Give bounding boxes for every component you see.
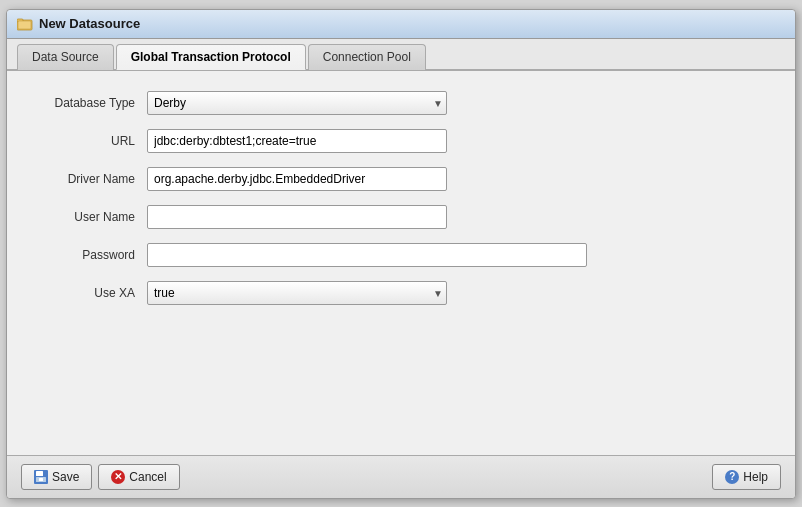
tab-global-transaction[interactable]: Global Transaction Protocol [116, 44, 306, 70]
main-window: New Datasource Data Source Global Transa… [6, 9, 796, 499]
driver-name-label: Driver Name [37, 172, 147, 186]
use-xa-wrapper: true false ▼ [147, 281, 447, 305]
help-label: Help [743, 470, 768, 484]
use-xa-row: Use XA true false ▼ [37, 281, 765, 305]
password-row: Password [37, 243, 765, 267]
svg-rect-6 [39, 478, 43, 481]
cancel-icon-circle: ✕ [111, 470, 125, 484]
tab-connection-pool[interactable]: Connection Pool [308, 44, 426, 70]
help-icon-circle: ? [725, 470, 739, 484]
database-type-row: Database Type Derby MySQL PostgreSQL Ora… [37, 91, 765, 115]
footer: Save ✕ Cancel ? Help [7, 455, 795, 498]
tab-bar: Data Source Global Transaction Protocol … [7, 39, 795, 71]
save-button[interactable]: Save [21, 464, 92, 490]
footer-left-actions: Save ✕ Cancel [21, 464, 180, 490]
help-button[interactable]: ? Help [712, 464, 781, 490]
save-label: Save [52, 470, 79, 484]
database-type-select[interactable]: Derby MySQL PostgreSQL Oracle SQL Server [147, 91, 447, 115]
svg-rect-4 [36, 471, 43, 476]
use-xa-label: Use XA [37, 286, 147, 300]
cancel-icon: ✕ [111, 470, 125, 484]
window-title: New Datasource [39, 16, 140, 31]
folder-icon [17, 16, 33, 32]
cancel-button[interactable]: ✕ Cancel [98, 464, 179, 490]
footer-right-actions: ? Help [712, 464, 781, 490]
save-icon [34, 470, 48, 484]
svg-rect-2 [18, 21, 31, 29]
driver-name-input[interactable] [147, 167, 447, 191]
form-content: Database Type Derby MySQL PostgreSQL Ora… [7, 71, 795, 455]
database-type-wrapper: Derby MySQL PostgreSQL Oracle SQL Server… [147, 91, 447, 115]
use-xa-select[interactable]: true false [147, 281, 447, 305]
user-name-input[interactable] [147, 205, 447, 229]
url-row: URL [37, 129, 765, 153]
help-icon: ? [725, 470, 739, 484]
url-label: URL [37, 134, 147, 148]
password-label: Password [37, 248, 147, 262]
database-type-label: Database Type [37, 96, 147, 110]
user-name-row: User Name [37, 205, 765, 229]
title-bar: New Datasource [7, 10, 795, 39]
url-input[interactable] [147, 129, 447, 153]
driver-name-row: Driver Name [37, 167, 765, 191]
user-name-label: User Name [37, 210, 147, 224]
tab-data-source[interactable]: Data Source [17, 44, 114, 70]
cancel-label: Cancel [129, 470, 166, 484]
password-input[interactable] [147, 243, 587, 267]
